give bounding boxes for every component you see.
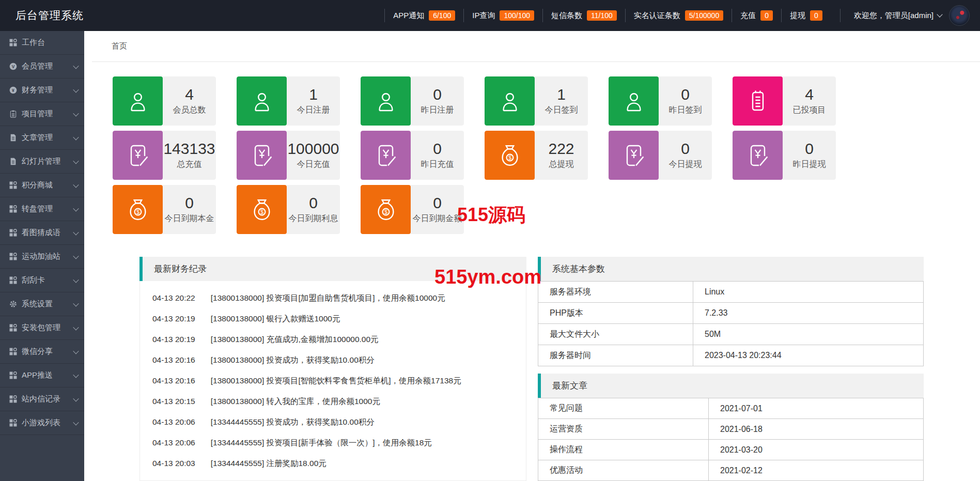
- stat-label: 今日到期本金: [165, 213, 214, 224]
- svg-text:$: $: [384, 209, 387, 215]
- param-value: 50M: [693, 324, 923, 345]
- stat-value: 0: [185, 195, 194, 211]
- header-stat-item[interactable]: APP通知 6/100: [384, 9, 463, 22]
- system-params-table: 服务器环境 Linux PHP版本 7.2.33 最大文件大: [538, 281, 924, 366]
- sidebar-item[interactable]: V ¥ 转盘管理: [0, 197, 84, 221]
- article-date: 2021-06-18: [709, 419, 923, 439]
- svg-text:$: $: [260, 209, 263, 215]
- app-title: 后台管理系统: [15, 8, 84, 23]
- breadcrumb[interactable]: 首页: [92, 41, 127, 51]
- system-panel-title: 系统基本参数: [538, 257, 924, 281]
- sidebar-item-label: 幻灯片管理: [22, 157, 60, 166]
- money-bag-icon: $: [374, 197, 398, 222]
- stat-label: 总提现: [549, 159, 574, 170]
- sidebar-item[interactable]: V ¥ 看图猜成语: [0, 221, 84, 245]
- stat-card: $ 0 今日到期利息: [237, 185, 340, 234]
- stat-value: 222: [548, 141, 574, 157]
- stat-value: 0: [309, 195, 318, 211]
- sidebar-item-label: APP推送: [22, 370, 53, 380]
- menu-icon: V ¥: [9, 86, 17, 94]
- stat-label: 今日到期金额: [413, 213, 462, 224]
- menu-icon: V ¥: [9, 371, 17, 379]
- sidebar-item[interactable]: V ¥ 系统设置: [0, 292, 84, 316]
- header-stat-item[interactable]: 充值 0: [732, 9, 781, 22]
- stat-card-icon: $: [361, 185, 411, 234]
- watermark-badge: 515源码: [457, 203, 525, 228]
- stat-card: $ 4 会员总数: [113, 76, 216, 126]
- stat-card-body: 0 今日到期本金: [163, 185, 216, 234]
- param-label: 服务器时间: [538, 345, 693, 366]
- status-badge: 100/100: [500, 10, 534, 21]
- table-row[interactable]: 常见问题 2021-07-01: [538, 398, 923, 418]
- table-row[interactable]: 操作流程 2021-03-20: [538, 439, 923, 460]
- stat-card: $ 0 昨日注册: [361, 76, 464, 126]
- sidebar-item-label: 积分商城: [22, 180, 53, 190]
- header-stat-label: 充值: [740, 11, 756, 21]
- table-row[interactable]: 优惠活动 2021-02-12: [538, 460, 923, 480]
- stat-label: 今日注册: [297, 105, 330, 116]
- sidebar-item[interactable]: V ¥ 项目管理: [0, 102, 84, 126]
- header-stat-label: 提现: [790, 11, 805, 21]
- money-bag-icon: $: [126, 197, 150, 222]
- yen-bill-icon: [250, 143, 274, 168]
- sidebar-item[interactable]: V ¥ 财务管理: [0, 79, 84, 102]
- user-menu[interactable]: 欢迎您，管理员[admin]: [840, 9, 942, 22]
- header-stat-item[interactable]: 实名认证条数 5/100000: [625, 9, 732, 22]
- header-stat-item[interactable]: 提现 0: [781, 9, 831, 22]
- record-text: [13800138000] 银行入款赠送1000元: [211, 314, 340, 323]
- record-time: 04-13 20:03: [152, 459, 195, 468]
- stat-card-body: 0 昨日签到: [659, 76, 712, 126]
- sidebar-item[interactable]: V ¥ 运动加油站: [0, 245, 84, 269]
- stat-card-icon: $: [609, 76, 659, 126]
- header-stat-item[interactable]: IP查询 100/100: [463, 9, 542, 22]
- sidebar-item-label: 刮刮卡: [22, 275, 45, 285]
- sidebar-item[interactable]: V ¥ 会员管理: [0, 55, 84, 79]
- breadcrumb-bar: 首页: [92, 31, 980, 62]
- avatar[interactable]: [949, 5, 970, 26]
- finance-records: 04-13 20:22[13800138000] 投资项目[加盟自助售货机项目]…: [139, 281, 526, 481]
- sidebar-item[interactable]: V ¥ 小游戏列表: [0, 411, 84, 435]
- stat-card-icon: $: [113, 185, 163, 234]
- stat-card-body: 0 昨日注册: [411, 76, 464, 126]
- stat-card-body: 4 已投项目: [783, 76, 836, 126]
- sidebar-item[interactable]: V ¥ 安装包管理: [0, 316, 84, 340]
- sidebar-item[interactable]: V ¥ 站内信记录: [0, 387, 84, 411]
- stat-card: $ 0 今日到期本金: [113, 185, 216, 234]
- table-row: 服务器环境 Linux: [538, 282, 923, 302]
- svg-text:V: V: [12, 64, 15, 69]
- header-stats: APP通知 6/100 IP查询 100/100 短信条数 11/100 实名认…: [384, 9, 831, 22]
- sidebar-item[interactable]: V ¥ 工作台: [0, 31, 84, 55]
- sidebar-item[interactable]: V ¥ 刮刮卡: [0, 269, 84, 292]
- sidebar-item-label: 财务管理: [22, 85, 53, 95]
- user-icon: [497, 89, 522, 114]
- sidebar-item[interactable]: V ¥ APP推送: [0, 364, 84, 387]
- sidebar-item[interactable]: V ¥ 微信分享: [0, 340, 84, 364]
- stat-value: 0: [433, 86, 442, 103]
- record-time: 04-13 20:19: [152, 314, 195, 323]
- sidebar-item[interactable]: V ¥ 积分商城: [0, 174, 84, 197]
- table-row[interactable]: 运营资质 2021-06-18: [538, 418, 923, 439]
- stat-value: 0: [681, 141, 690, 157]
- header-stat-label: 实名认证条数: [634, 11, 680, 21]
- sidebar-item[interactable]: V ¥ 文章管理: [0, 126, 84, 150]
- article-title: 优惠活动: [538, 460, 709, 480]
- menu-icon: V ¥: [9, 110, 17, 118]
- yen-bill-icon: [745, 143, 770, 168]
- chevron-down-icon: [73, 420, 79, 425]
- record-time: 04-13 20:06: [152, 417, 195, 426]
- article-title: 操作流程: [538, 440, 709, 460]
- chevron-down-icon: [73, 324, 79, 330]
- stat-card-icon: $: [237, 185, 287, 234]
- stat-card-body: 0 今日提现: [659, 131, 712, 180]
- header-stat-item[interactable]: 短信条数 11/100: [542, 9, 625, 22]
- sidebar-item[interactable]: V ¥ 幻灯片管理: [0, 150, 84, 174]
- param-label: 服务器环境: [538, 282, 693, 302]
- finance-record: 04-13 20:03[13344445555] 注册奖励18.00元: [140, 454, 526, 474]
- sidebar-item-label: 安装包管理: [22, 323, 60, 333]
- finance-record: 04-13 20:22[13800138000] 投资项目[加盟自助售货机项目]…: [140, 288, 526, 309]
- stat-card: $ 0 昨日充值: [361, 131, 464, 180]
- stat-card: $ 1 今日签到: [485, 76, 588, 126]
- status-badge: 11/100: [587, 10, 617, 21]
- articles-panel: 最新文章 常见问题 2021-07-01 运营资质: [538, 374, 924, 481]
- chevron-down-icon: [73, 396, 79, 401]
